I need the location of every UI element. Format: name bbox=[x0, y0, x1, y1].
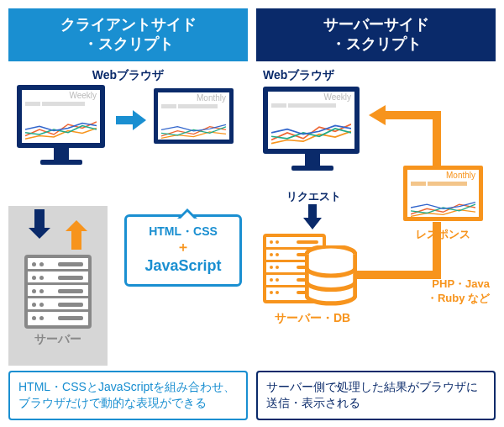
header-line1: サーバーサイド bbox=[256, 15, 496, 34]
arrow-down-request-icon bbox=[303, 204, 322, 232]
monitor-monthly: Monthly bbox=[150, 88, 238, 144]
monitor-weekly: Weekly bbox=[8, 85, 113, 165]
svg-rect-0 bbox=[116, 116, 133, 124]
header-line2: ・スクリプト bbox=[256, 34, 496, 54]
description-right: サーバー側で処理した結果がブラウザに送信・表示される bbox=[256, 371, 496, 420]
arrow-left-response-icon bbox=[369, 105, 386, 128]
bubble-plus: ＋ bbox=[130, 239, 236, 256]
chart-squiggle-icon bbox=[25, 117, 97, 142]
request-label: リクエスト bbox=[286, 189, 341, 204]
browser-label-right: Webブラウザ bbox=[263, 68, 496, 83]
screen-tag-weekly: Weekly bbox=[22, 90, 100, 100]
server-column: サーバー bbox=[8, 206, 108, 366]
panel-server-side: サーバーサイド ・スクリプト Webブラウザ Weekly リクエスト bbox=[256, 8, 496, 420]
description-left: HTML・CSSとJavaScriptを組み合わせ、ブラウザだけで動的な表現がで… bbox=[8, 371, 248, 420]
server-rack-icon bbox=[24, 255, 92, 329]
monitor-monthly-response: Monthly bbox=[403, 166, 483, 221]
lang-label: PHP・Java ・Ruby など bbox=[389, 277, 490, 306]
monitor-stand-icon bbox=[54, 148, 69, 160]
monitor-area-left: Weekly bbox=[8, 85, 248, 190]
screen-weekly: Weekly bbox=[17, 85, 105, 148]
screen-tag-monthly-r: Monthly bbox=[407, 170, 479, 180]
monitor-server-browser: Weekly bbox=[256, 87, 370, 171]
lang-line2: ・Ruby など bbox=[389, 292, 490, 306]
chart-squiggle-icon bbox=[411, 197, 475, 219]
chart-squiggle-icon bbox=[271, 119, 351, 147]
chart-squiggle-icon bbox=[161, 119, 226, 140]
arrow-right-icon bbox=[116, 110, 146, 133]
bubble-line1: HTML・CSS bbox=[130, 224, 236, 239]
screen-tag-weekly-r: Weekly bbox=[268, 92, 354, 102]
header-server-side: サーバーサイド ・スクリプト bbox=[256, 8, 496, 61]
arrow-down-icon bbox=[29, 209, 50, 250]
lang-line1: PHP・Java bbox=[389, 277, 490, 292]
header-line2: ・スクリプト bbox=[8, 34, 248, 54]
bubble-js: JavaScript bbox=[130, 256, 236, 276]
tech-bubble: HTML・CSS ＋ JavaScript bbox=[124, 214, 242, 287]
upload-download-arrows bbox=[8, 206, 108, 250]
screen-monthly: Monthly bbox=[154, 88, 234, 144]
header-client-side: クライアントサイド ・スクリプト bbox=[8, 8, 248, 61]
server-db-label: サーバー・DB bbox=[275, 311, 350, 326]
svg-rect-2 bbox=[308, 204, 317, 218]
browser-label-left: Webブラウザ bbox=[8, 68, 248, 83]
arrow-up-icon bbox=[66, 209, 87, 250]
svg-marker-3 bbox=[303, 218, 322, 229]
response-label: レスポンス bbox=[416, 227, 470, 242]
monitor-stand-icon bbox=[305, 154, 320, 166]
panel-client-side: クライアントサイド ・スクリプト Webブラウザ Weekly bbox=[8, 8, 248, 420]
screen-server-browser: Weekly bbox=[263, 87, 360, 154]
svg-marker-1 bbox=[133, 110, 146, 130]
svg-marker-5 bbox=[369, 105, 386, 125]
monitor-foot-icon bbox=[291, 166, 333, 171]
server-label: サーバー bbox=[8, 332, 108, 347]
screen-tag-monthly: Monthly bbox=[158, 92, 229, 103]
database-icon bbox=[305, 245, 357, 306]
flow-line-icon bbox=[384, 111, 441, 119]
monitor-foot-icon bbox=[40, 160, 82, 165]
header-line1: クライアントサイド bbox=[8, 15, 248, 34]
